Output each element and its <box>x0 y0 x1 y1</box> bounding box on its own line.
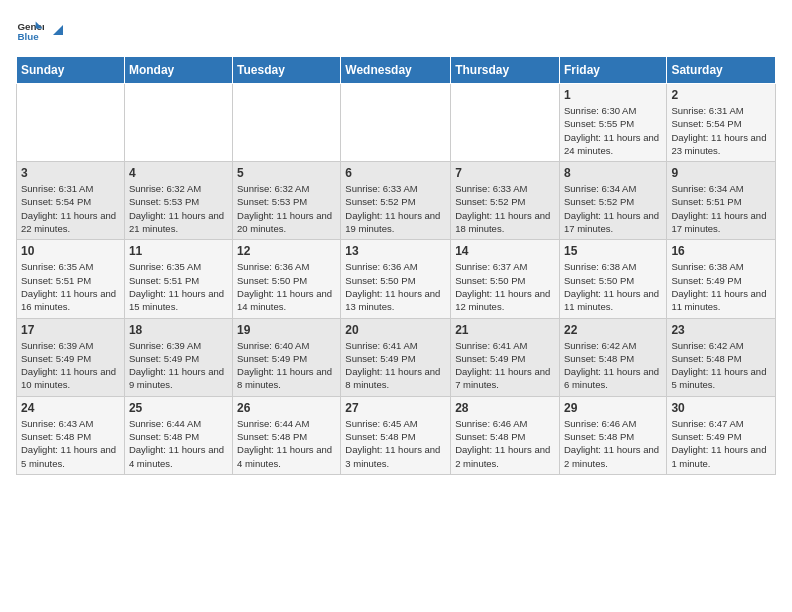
calendar-cell: 30Sunrise: 6:47 AM Sunset: 5:49 PM Dayli… <box>667 396 776 474</box>
day-number: 19 <box>237 323 336 337</box>
calendar-cell: 29Sunrise: 6:46 AM Sunset: 5:48 PM Dayli… <box>559 396 666 474</box>
calendar-cell: 14Sunrise: 6:37 AM Sunset: 5:50 PM Dayli… <box>451 240 560 318</box>
svg-text:Blue: Blue <box>17 31 39 42</box>
calendar-cell: 1Sunrise: 6:30 AM Sunset: 5:55 PM Daylig… <box>559 84 666 162</box>
calendar-week-1: 1Sunrise: 6:30 AM Sunset: 5:55 PM Daylig… <box>17 84 776 162</box>
calendar-cell <box>124 84 232 162</box>
calendar-cell <box>341 84 451 162</box>
day-info: Sunrise: 6:32 AM Sunset: 5:53 PM Dayligh… <box>237 182 336 235</box>
calendar-cell: 15Sunrise: 6:38 AM Sunset: 5:50 PM Dayli… <box>559 240 666 318</box>
day-number: 1 <box>564 88 662 102</box>
day-info: Sunrise: 6:41 AM Sunset: 5:49 PM Dayligh… <box>455 339 555 392</box>
day-info: Sunrise: 6:41 AM Sunset: 5:49 PM Dayligh… <box>345 339 446 392</box>
day-number: 23 <box>671 323 771 337</box>
calendar-week-5: 24Sunrise: 6:43 AM Sunset: 5:48 PM Dayli… <box>17 396 776 474</box>
day-info: Sunrise: 6:34 AM Sunset: 5:52 PM Dayligh… <box>564 182 662 235</box>
calendar-cell: 25Sunrise: 6:44 AM Sunset: 5:48 PM Dayli… <box>124 396 232 474</box>
weekday-header-sunday: Sunday <box>17 57 125 84</box>
day-info: Sunrise: 6:46 AM Sunset: 5:48 PM Dayligh… <box>564 417 662 470</box>
day-info: Sunrise: 6:37 AM Sunset: 5:50 PM Dayligh… <box>455 260 555 313</box>
calendar-cell: 3Sunrise: 6:31 AM Sunset: 5:54 PM Daylig… <box>17 162 125 240</box>
day-number: 5 <box>237 166 336 180</box>
calendar-cell: 20Sunrise: 6:41 AM Sunset: 5:49 PM Dayli… <box>341 318 451 396</box>
day-info: Sunrise: 6:47 AM Sunset: 5:49 PM Dayligh… <box>671 417 771 470</box>
day-number: 13 <box>345 244 446 258</box>
day-info: Sunrise: 6:42 AM Sunset: 5:48 PM Dayligh… <box>671 339 771 392</box>
calendar-week-3: 10Sunrise: 6:35 AM Sunset: 5:51 PM Dayli… <box>17 240 776 318</box>
day-number: 16 <box>671 244 771 258</box>
day-number: 14 <box>455 244 555 258</box>
day-info: Sunrise: 6:36 AM Sunset: 5:50 PM Dayligh… <box>345 260 446 313</box>
calendar-cell: 24Sunrise: 6:43 AM Sunset: 5:48 PM Dayli… <box>17 396 125 474</box>
calendar-cell: 21Sunrise: 6:41 AM Sunset: 5:49 PM Dayli… <box>451 318 560 396</box>
calendar-cell: 26Sunrise: 6:44 AM Sunset: 5:48 PM Dayli… <box>233 396 341 474</box>
day-number: 10 <box>21 244 120 258</box>
day-number: 20 <box>345 323 446 337</box>
calendar-cell: 13Sunrise: 6:36 AM Sunset: 5:50 PM Dayli… <box>341 240 451 318</box>
calendar-cell <box>17 84 125 162</box>
weekday-header-tuesday: Tuesday <box>233 57 341 84</box>
day-number: 11 <box>129 244 228 258</box>
day-number: 30 <box>671 401 771 415</box>
day-info: Sunrise: 6:33 AM Sunset: 5:52 PM Dayligh… <box>345 182 446 235</box>
day-number: 8 <box>564 166 662 180</box>
calendar-cell: 2Sunrise: 6:31 AM Sunset: 5:54 PM Daylig… <box>667 84 776 162</box>
day-info: Sunrise: 6:44 AM Sunset: 5:48 PM Dayligh… <box>237 417 336 470</box>
day-info: Sunrise: 6:38 AM Sunset: 5:49 PM Dayligh… <box>671 260 771 313</box>
calendar-cell: 6Sunrise: 6:33 AM Sunset: 5:52 PM Daylig… <box>341 162 451 240</box>
calendar-table: SundayMondayTuesdayWednesdayThursdayFrid… <box>16 56 776 475</box>
day-number: 29 <box>564 401 662 415</box>
calendar-cell: 19Sunrise: 6:40 AM Sunset: 5:49 PM Dayli… <box>233 318 341 396</box>
weekday-header-thursday: Thursday <box>451 57 560 84</box>
day-number: 28 <box>455 401 555 415</box>
day-info: Sunrise: 6:30 AM Sunset: 5:55 PM Dayligh… <box>564 104 662 157</box>
day-info: Sunrise: 6:31 AM Sunset: 5:54 PM Dayligh… <box>21 182 120 235</box>
day-info: Sunrise: 6:36 AM Sunset: 5:50 PM Dayligh… <box>237 260 336 313</box>
day-number: 7 <box>455 166 555 180</box>
calendar-cell: 10Sunrise: 6:35 AM Sunset: 5:51 PM Dayli… <box>17 240 125 318</box>
logo-icon: General Blue <box>16 16 44 44</box>
day-number: 25 <box>129 401 228 415</box>
day-info: Sunrise: 6:39 AM Sunset: 5:49 PM Dayligh… <box>129 339 228 392</box>
calendar-cell: 7Sunrise: 6:33 AM Sunset: 5:52 PM Daylig… <box>451 162 560 240</box>
day-info: Sunrise: 6:31 AM Sunset: 5:54 PM Dayligh… <box>671 104 771 157</box>
day-info: Sunrise: 6:39 AM Sunset: 5:49 PM Dayligh… <box>21 339 120 392</box>
calendar-week-2: 3Sunrise: 6:31 AM Sunset: 5:54 PM Daylig… <box>17 162 776 240</box>
day-info: Sunrise: 6:45 AM Sunset: 5:48 PM Dayligh… <box>345 417 446 470</box>
page-header: General Blue <box>16 16 776 44</box>
day-number: 15 <box>564 244 662 258</box>
day-number: 26 <box>237 401 336 415</box>
day-info: Sunrise: 6:42 AM Sunset: 5:48 PM Dayligh… <box>564 339 662 392</box>
day-number: 21 <box>455 323 555 337</box>
logo: General Blue <box>16 16 68 44</box>
calendar-cell: 27Sunrise: 6:45 AM Sunset: 5:48 PM Dayli… <box>341 396 451 474</box>
calendar-cell: 5Sunrise: 6:32 AM Sunset: 5:53 PM Daylig… <box>233 162 341 240</box>
day-info: Sunrise: 6:35 AM Sunset: 5:51 PM Dayligh… <box>129 260 228 313</box>
calendar-cell: 12Sunrise: 6:36 AM Sunset: 5:50 PM Dayli… <box>233 240 341 318</box>
calendar-cell: 18Sunrise: 6:39 AM Sunset: 5:49 PM Dayli… <box>124 318 232 396</box>
calendar-cell: 9Sunrise: 6:34 AM Sunset: 5:51 PM Daylig… <box>667 162 776 240</box>
day-number: 4 <box>129 166 228 180</box>
day-info: Sunrise: 6:38 AM Sunset: 5:50 PM Dayligh… <box>564 260 662 313</box>
day-info: Sunrise: 6:44 AM Sunset: 5:48 PM Dayligh… <box>129 417 228 470</box>
weekday-header-friday: Friday <box>559 57 666 84</box>
day-info: Sunrise: 6:43 AM Sunset: 5:48 PM Dayligh… <box>21 417 120 470</box>
calendar-cell: 11Sunrise: 6:35 AM Sunset: 5:51 PM Dayli… <box>124 240 232 318</box>
calendar-cell <box>233 84 341 162</box>
day-number: 18 <box>129 323 228 337</box>
calendar-cell: 22Sunrise: 6:42 AM Sunset: 5:48 PM Dayli… <box>559 318 666 396</box>
day-number: 3 <box>21 166 120 180</box>
calendar-cell <box>451 84 560 162</box>
day-info: Sunrise: 6:35 AM Sunset: 5:51 PM Dayligh… <box>21 260 120 313</box>
day-info: Sunrise: 6:32 AM Sunset: 5:53 PM Dayligh… <box>129 182 228 235</box>
calendar-cell: 28Sunrise: 6:46 AM Sunset: 5:48 PM Dayli… <box>451 396 560 474</box>
weekday-header-saturday: Saturday <box>667 57 776 84</box>
weekday-header-monday: Monday <box>124 57 232 84</box>
day-info: Sunrise: 6:46 AM Sunset: 5:48 PM Dayligh… <box>455 417 555 470</box>
day-number: 12 <box>237 244 336 258</box>
calendar-cell: 4Sunrise: 6:32 AM Sunset: 5:53 PM Daylig… <box>124 162 232 240</box>
day-number: 6 <box>345 166 446 180</box>
day-number: 22 <box>564 323 662 337</box>
day-info: Sunrise: 6:40 AM Sunset: 5:49 PM Dayligh… <box>237 339 336 392</box>
calendar-header: SundayMondayTuesdayWednesdayThursdayFrid… <box>17 57 776 84</box>
